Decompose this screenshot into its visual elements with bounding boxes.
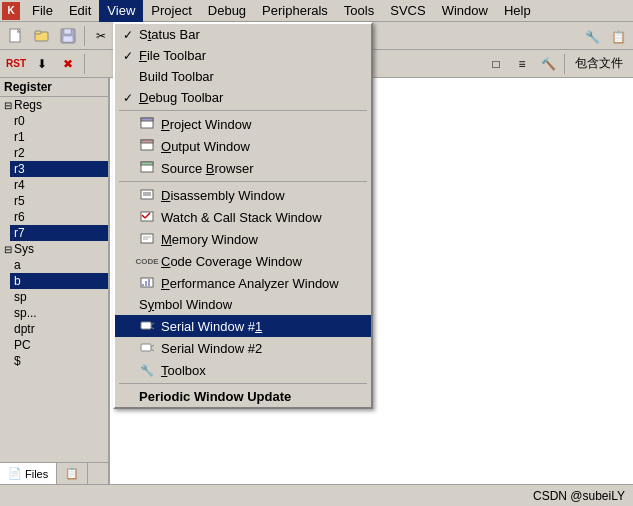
sep-1: [119, 110, 367, 111]
svg-rect-2: [35, 31, 41, 34]
menu-view[interactable]: View: [99, 0, 143, 22]
tree-r7[interactable]: r7: [10, 225, 108, 241]
menu-perf-analyzer[interactable]: Performance Analyzer Window: [115, 272, 371, 294]
source-browser-icon: [139, 160, 155, 176]
menu-file[interactable]: File: [24, 0, 61, 22]
watch-callstack-label: Watch & Call Stack Window: [161, 210, 322, 225]
menu-output-window[interactable]: Output Window: [115, 135, 371, 157]
menu-symbol-window[interactable]: Symbol Window: [115, 294, 371, 315]
svg-rect-29: [145, 281, 147, 286]
serial-window-2-icon: [139, 340, 155, 356]
tree-pc[interactable]: PC: [10, 337, 108, 353]
menu-toolbox[interactable]: 🔧 Toolbox: [115, 359, 371, 381]
menu-source-browser[interactable]: Source Browser: [115, 157, 371, 179]
tb-rst[interactable]: RST: [4, 53, 28, 75]
svg-rect-5: [63, 36, 73, 42]
tree-r0[interactable]: r0: [10, 113, 108, 129]
menu-debug-toolbar[interactable]: Debug Toolbar: [115, 87, 371, 108]
menu-periodic-update[interactable]: Periodic Window Update: [115, 386, 371, 407]
menu-help[interactable]: Help: [496, 0, 539, 22]
menu-disassembly-window[interactable]: Disassembly Window: [115, 184, 371, 206]
menu-build-toolbar[interactable]: Build Toolbar: [115, 66, 371, 87]
tree-dptr[interactable]: dptr: [10, 321, 108, 337]
menu-edit[interactable]: Edit: [61, 0, 99, 22]
tb-cut[interactable]: ✂: [89, 25, 113, 47]
toolbar-sep-1: [84, 26, 85, 46]
status-bar-label: Status Bar: [139, 27, 200, 42]
svg-rect-4: [64, 29, 71, 34]
tree-expand-regs: ⊟: [4, 100, 12, 111]
output-window-label: Output Window: [161, 139, 250, 154]
status-text: CSDN @subeiLY: [533, 489, 625, 503]
tb-stop[interactable]: ✖: [56, 53, 80, 75]
tree-r2[interactable]: r2: [10, 145, 108, 161]
tab-2[interactable]: 📋: [57, 463, 88, 484]
tree-a[interactable]: a: [10, 257, 108, 273]
tb-open[interactable]: [30, 25, 54, 47]
tree-r3[interactable]: r3: [10, 161, 108, 177]
tb-save[interactable]: [56, 25, 80, 47]
memory-window-icon: [139, 231, 155, 247]
tree-expand-sys: ⊟: [4, 244, 12, 255]
code-coverage-label: Code Coverage Window: [161, 254, 302, 269]
tree-r1[interactable]: r1: [10, 129, 108, 145]
menu-file-toolbar[interactable]: File Toolbar: [115, 45, 371, 66]
serial-window-2-label: Serial Window #2: [161, 341, 262, 356]
toolbox-icon: 🔧: [139, 362, 155, 378]
tree-sys-group[interactable]: ⊟ Sys: [0, 241, 108, 257]
tree-r4[interactable]: r4: [10, 177, 108, 193]
sep-2: [119, 181, 367, 182]
tree-r5[interactable]: r5: [10, 193, 108, 209]
project-window-icon: [139, 116, 155, 132]
menu-serial-window-1[interactable]: Serial Window #1: [115, 315, 371, 337]
menu-watch-callstack[interactable]: Watch & Call Stack Window: [115, 206, 371, 228]
menu-project-window[interactable]: Project Window: [115, 113, 371, 135]
menu-svcs[interactable]: SVCS: [382, 0, 433, 22]
tree-r6[interactable]: r6: [10, 209, 108, 225]
tree-dollar[interactable]: $: [10, 353, 108, 369]
tab-bar: 📄 Files 📋: [0, 462, 108, 484]
sep-3: [119, 383, 367, 384]
memory-window-label: Memory Window: [161, 232, 258, 247]
menu-serial-window-2[interactable]: Serial Window #2: [115, 337, 371, 359]
tree-sp-dots[interactable]: sp...: [10, 305, 108, 321]
debug-toolbar-label: Debug Toolbar: [139, 90, 223, 105]
menu-memory-window[interactable]: Memory Window: [115, 228, 371, 250]
menu-window[interactable]: Window: [434, 0, 496, 22]
menu-debug[interactable]: Debug: [200, 0, 254, 22]
svg-rect-30: [148, 279, 150, 286]
menu-status-bar[interactable]: Status Bar: [115, 24, 371, 45]
tb-win2[interactable]: ≡: [510, 53, 534, 75]
svg-text:🔧: 🔧: [585, 29, 599, 44]
tb-win1[interactable]: □: [484, 53, 508, 75]
tree-sp[interactable]: sp: [10, 289, 108, 305]
menu-code-coverage[interactable]: CODE Code Coverage Window: [115, 250, 371, 272]
left-panel: Register ⊟ Regs r0 r1 r2 r3 r4 r5 r6 r7 …: [0, 78, 110, 484]
register-panel-title: Register: [0, 78, 108, 97]
toolbar-sep-4: [84, 54, 85, 74]
menu-peripherals[interactable]: Peripherals: [254, 0, 336, 22]
svg-rect-34: [141, 344, 151, 351]
status-bar: CSDN @subeiLY: [0, 484, 633, 506]
serial-window-1-icon: [139, 318, 155, 334]
view-dropdown-menu: Status Bar File Toolbar Build Toolbar De…: [113, 22, 373, 409]
perf-analyzer-icon: [139, 275, 155, 291]
menu-bar: K File Edit View Project Debug Periphera…: [0, 0, 633, 22]
tree-regs-group[interactable]: ⊟ Regs: [0, 97, 108, 113]
tab-files[interactable]: 📄 Files: [0, 463, 57, 484]
menu-tools[interactable]: Tools: [336, 0, 382, 22]
menu-project[interactable]: Project: [143, 0, 199, 22]
project-window-label: Project Window: [161, 117, 251, 132]
svg-text:📋: 📋: [611, 29, 625, 44]
svg-rect-17: [141, 162, 153, 165]
tb-build[interactable]: 🔨: [536, 53, 560, 75]
tree-b[interactable]: b: [10, 273, 108, 289]
toolbox-label: Toolbox: [161, 363, 206, 378]
file-toolbar-label: File Toolbar: [139, 48, 206, 63]
tb-step-down[interactable]: ⬇: [30, 53, 54, 75]
build-toolbar-label: Build Toolbar: [139, 69, 214, 84]
toolbar-sep-5: [564, 54, 565, 74]
tb-new[interactable]: [4, 25, 28, 47]
tb-r2[interactable]: 📋: [605, 25, 629, 47]
tb-r1[interactable]: 🔧: [579, 25, 603, 47]
